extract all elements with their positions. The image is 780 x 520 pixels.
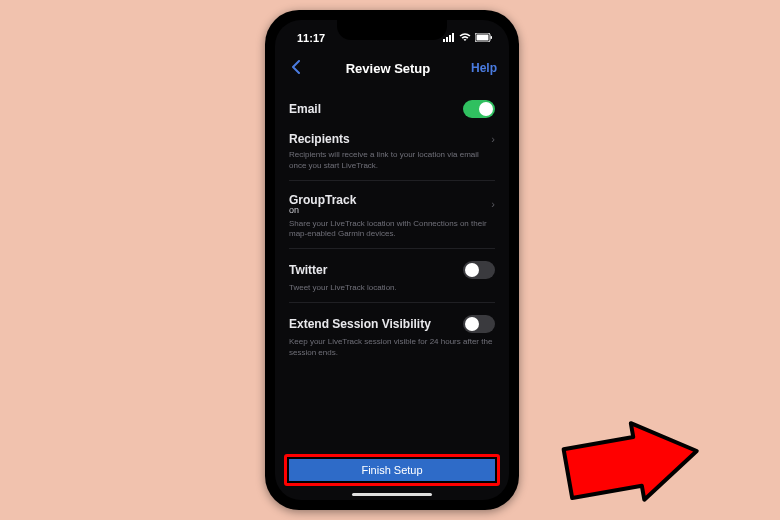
status-icons [443, 32, 493, 44]
page-title: Review Setup [346, 61, 431, 76]
footer: Finish Setup [275, 455, 509, 491]
visibility-label: Extend Session Visibility [289, 317, 431, 331]
finish-button-label: Finish Setup [361, 464, 422, 476]
svg-rect-2 [449, 35, 451, 42]
chevron-right-icon: › [491, 133, 495, 145]
grouptrack-desc: Share your LiveTrack location with Conne… [289, 217, 495, 250]
svg-rect-0 [443, 39, 445, 42]
settings-list[interactable]: Email Recipients › Recipients will recei… [275, 84, 509, 455]
grouptrack-label: GroupTrack [289, 193, 356, 207]
svg-rect-3 [452, 33, 454, 42]
chevron-right-icon: › [491, 198, 495, 210]
back-button[interactable] [287, 59, 305, 77]
recipients-label: Recipients [289, 132, 350, 146]
grouptrack-row[interactable]: GroupTrack on › [289, 185, 495, 217]
svg-rect-5 [477, 35, 489, 41]
twitter-toggle[interactable] [463, 261, 495, 279]
twitter-desc: Tweet your LiveTrack location. [289, 281, 495, 303]
svg-rect-6 [491, 36, 493, 39]
visibility-row: Extend Session Visibility [289, 307, 495, 335]
svg-rect-1 [446, 37, 448, 42]
status-time: 11:17 [291, 32, 325, 44]
visibility-toggle[interactable] [463, 315, 495, 333]
email-label: Email [289, 102, 321, 116]
battery-icon [475, 32, 493, 44]
home-indicator[interactable] [352, 493, 432, 496]
phone-frame: 11:17 Review Setup Help Ema [265, 10, 519, 510]
nav-header: Review Setup Help [275, 52, 509, 84]
notch [337, 20, 447, 40]
signal-icon [443, 32, 455, 44]
screen: 11:17 Review Setup Help Ema [275, 20, 509, 500]
finish-setup-button[interactable]: Finish Setup [285, 455, 499, 485]
wifi-icon [459, 32, 471, 44]
help-button[interactable]: Help [471, 61, 497, 75]
email-toggle[interactable] [463, 100, 495, 118]
email-row: Email [289, 92, 495, 120]
visibility-desc: Keep your LiveTrack session visible for … [289, 335, 495, 367]
twitter-row: Twitter [289, 253, 495, 281]
arrow-annotation-icon [535, 380, 735, 520]
recipients-row[interactable]: Recipients › [289, 120, 495, 148]
recipients-desc: Recipients will receive a link to your l… [289, 148, 495, 181]
twitter-label: Twitter [289, 263, 327, 277]
